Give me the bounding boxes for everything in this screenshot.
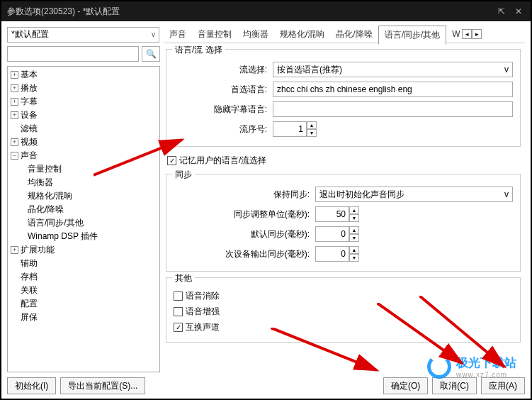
- tree-expander-icon[interactable]: +: [11, 138, 18, 146]
- search-button[interactable]: 🔍: [142, 46, 160, 62]
- group-language-legend: 语言/流 选择: [172, 46, 225, 56]
- adjust-unit-spinner[interactable]: ▲▼: [315, 206, 359, 222]
- window-title: 参数选项(230523) - *默认配置: [7, 6, 491, 18]
- hidden-sub-label: 隐藏字幕语言:: [174, 104, 273, 116]
- tree-expander-icon[interactable]: +: [11, 246, 18, 254]
- keep-sync-select[interactable]: 退出时初始化声音同步v: [315, 187, 513, 202]
- tree-item[interactable]: 配置: [8, 297, 159, 311]
- init-button[interactable]: 初始化(I): [7, 377, 56, 394]
- pref-lang-input[interactable]: [273, 82, 513, 97]
- tab-crystal[interactable]: 晶化/降噪: [330, 26, 378, 43]
- tree-item[interactable]: 辅助: [8, 257, 159, 270]
- spin-up-icon[interactable]: ▲: [307, 121, 317, 129]
- tree-item[interactable]: +视频: [8, 135, 159, 149]
- group-sync: 同步 保持同步: 退出时初始化声音同步v 同步调整单位(毫秒): ▲▼ 默认同步…: [166, 174, 521, 272]
- tab-scroll-left[interactable]: ◂: [462, 29, 472, 39]
- secondary-out-label: 次设备输出同步(毫秒):: [174, 248, 315, 260]
- keep-sync-label: 保持同步:: [174, 189, 315, 201]
- tree-item[interactable]: +字幕: [8, 95, 159, 109]
- tree-item[interactable]: 关联: [8, 284, 159, 297]
- cancel-button[interactable]: 取消(C): [432, 377, 477, 394]
- tree-item-label: 均衡器: [28, 177, 53, 189]
- tab-normalize[interactable]: 规格化/混响: [274, 26, 330, 43]
- search-input[interactable]: [7, 46, 139, 62]
- tree-item[interactable]: 滤镜: [8, 122, 159, 135]
- spin-down-icon[interactable]: ▼: [349, 214, 359, 222]
- nav-tree[interactable]: +基本+播放+字幕+设备滤镜+视频−声音音量控制均衡器规格化/混响晶化/降噪语言…: [7, 66, 160, 372]
- voice-enhance-checkbox[interactable]: [174, 307, 183, 316]
- adjust-unit-input[interactable]: [315, 206, 349, 222]
- ok-button[interactable]: 确定(O): [383, 377, 428, 394]
- tree-item[interactable]: 晶化/降噪: [8, 203, 159, 216]
- chevron-down-icon: v: [504, 189, 509, 199]
- tree-item-label: Winamp DSP 插件: [28, 230, 98, 243]
- stream-order-input[interactable]: [273, 121, 307, 137]
- remember-checkbox[interactable]: ✓: [167, 156, 176, 165]
- hidden-sub-input[interactable]: [273, 101, 513, 117]
- title-bar: 参数选项(230523) - *默认配置 ⇱ ✕: [1, 1, 531, 21]
- tree-item[interactable]: +基本: [8, 68, 159, 82]
- tree-item-label: 滤镜: [21, 123, 38, 135]
- tab-strip: 声音 音量控制 均衡器 规格化/混响 晶化/降噪 语言/同步/其他 Wi ◂ ▸: [164, 26, 525, 43]
- tree-expander-icon[interactable]: +: [11, 84, 18, 92]
- apply-button[interactable]: 应用(A): [481, 377, 525, 394]
- tree-item[interactable]: +设备: [8, 109, 159, 122]
- tree-expander-icon[interactable]: +: [11, 71, 18, 79]
- adjust-unit-label: 同步调整单位(毫秒):: [174, 209, 315, 221]
- config-select[interactable]: *默认配置 v: [7, 27, 159, 43]
- tree-item-label: 屏保: [21, 311, 38, 323]
- spin-up-icon[interactable]: ▲: [349, 206, 359, 214]
- tree-item[interactable]: 语言/同步/其他: [8, 216, 159, 230]
- tree-item-label: 关联: [21, 284, 38, 296]
- tab-sound[interactable]: 声音: [164, 26, 192, 43]
- group-other: 其他 语音消除 语音增强 ✓互换声道: [166, 277, 521, 343]
- tree-expander-icon[interactable]: +: [11, 98, 18, 106]
- spin-up-icon[interactable]: ▲: [349, 226, 359, 234]
- spin-up-icon[interactable]: ▲: [349, 246, 359, 254]
- tree-item[interactable]: 屏保: [8, 311, 159, 324]
- tree-item-label: 存档: [21, 271, 38, 283]
- tree-item-label: 音量控制: [28, 163, 62, 175]
- pin-icon[interactable]: ⇱: [495, 5, 508, 18]
- tree-item[interactable]: 均衡器: [8, 176, 159, 189]
- tab-volume[interactable]: 音量控制: [192, 26, 237, 43]
- tab-eq[interactable]: 均衡器: [237, 26, 274, 43]
- tree-item-label: 播放: [21, 82, 38, 94]
- tree-item[interactable]: +扩展功能: [8, 243, 159, 257]
- spin-down-icon[interactable]: ▼: [349, 234, 359, 242]
- tree-item[interactable]: 存档: [8, 270, 159, 284]
- tree-item-label: 设备: [21, 109, 38, 121]
- tree-item[interactable]: +播放: [8, 82, 159, 95]
- secondary-out-spinner[interactable]: ▲▼: [315, 246, 359, 262]
- group-language: 语言/流 选择 流选择: 按首选语言(推荐)v 首选语言: 隐藏字幕语言: 流序…: [166, 49, 521, 147]
- tree-item-label: 扩展功能: [21, 244, 55, 256]
- tree-expander-icon[interactable]: −: [11, 152, 18, 160]
- tree-item[interactable]: Winamp DSP 插件: [8, 230, 159, 243]
- spin-down-icon[interactable]: ▼: [349, 254, 359, 262]
- tab-winamp[interactable]: Wi: [446, 26, 460, 42]
- tab-lang-sync[interactable]: 语言/同步/其他: [378, 26, 447, 45]
- tree-item-label: 规格化/混响: [28, 190, 72, 202]
- voice-cancel-checkbox[interactable]: [174, 291, 183, 301]
- tree-item-label: 语言/同步/其他: [28, 217, 84, 229]
- secondary-out-input[interactable]: [315, 246, 349, 262]
- tree-item[interactable]: −声音: [8, 149, 159, 162]
- export-button[interactable]: 导出当前配置(S)...: [60, 377, 145, 394]
- group-sync-legend: 同步: [172, 169, 195, 181]
- default-sync-input[interactable]: [315, 226, 349, 242]
- settings-panel: 语言/流 选择 流选择: 按首选语言(推荐)v 首选语言: 隐藏字幕语言: 流序…: [164, 46, 525, 372]
- tree-item[interactable]: 规格化/混响: [8, 189, 159, 203]
- swap-channel-checkbox[interactable]: ✓: [174, 323, 183, 332]
- tree-expander-icon[interactable]: +: [11, 111, 18, 119]
- tab-scroll-right[interactable]: ▸: [472, 29, 482, 39]
- stream-order-spinner[interactable]: ▲▼: [273, 121, 317, 137]
- tree-item-label: 基本: [21, 69, 38, 81]
- close-icon[interactable]: ✕: [512, 5, 525, 18]
- spin-down-icon[interactable]: ▼: [307, 129, 317, 137]
- default-sync-spinner[interactable]: ▲▼: [315, 226, 359, 242]
- magnifier-icon: 🔍: [146, 49, 157, 59]
- tree-item-label: 配置: [21, 298, 38, 310]
- chevron-down-icon: v: [152, 30, 155, 38]
- stream-select[interactable]: 按首选语言(推荐)v: [273, 62, 513, 77]
- tree-item[interactable]: 音量控制: [8, 162, 159, 176]
